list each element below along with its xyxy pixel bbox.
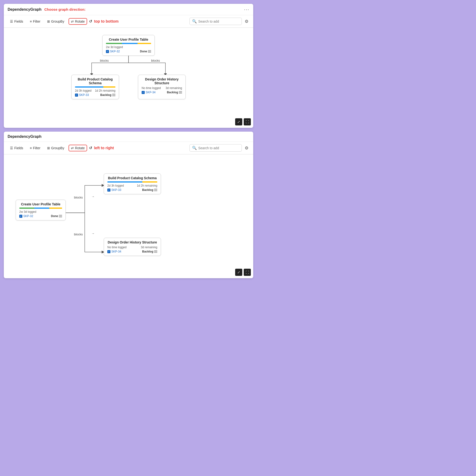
checkbox-icon-root: ✓: [106, 50, 109, 53]
ltr-status-lines-c2: [154, 250, 157, 253]
ltr-child1-time-left: 2d 3h logged: [107, 184, 124, 187]
ltr-pg-blue: [34, 207, 49, 209]
more-menu-icon[interactable]: ···: [244, 7, 249, 12]
refresh-icon-2[interactable]: ↺: [89, 146, 92, 150]
ltr-child2-row1: No time logged 3d remaining: [107, 246, 157, 249]
ltr-root-title: Create User Profile Table: [19, 202, 62, 206]
search-input-1[interactable]: [198, 19, 239, 23]
child1-title: Build Product Catalog Schema: [75, 77, 116, 85]
panel1-toolbar: ☰ Fields ≡ Filter ⊞ GroupBy ⇄ Rotate ↺ t…: [4, 15, 253, 28]
ltr-root-card[interactable]: Create User Profile Table 2w 3d logged ✓…: [16, 200, 66, 221]
child1-progress-bar: [75, 86, 116, 87]
ltr-child1-card[interactable]: Build Product Catalog Schema 2d 3h logge…: [104, 173, 161, 194]
progress-green: [106, 43, 122, 44]
expand-icons-1: ⤢ ⛶: [235, 118, 251, 125]
child1-time-right: 1d 2h remaining: [95, 89, 116, 92]
ltr-root-row2: ✓ SKP-32 Done: [19, 214, 62, 218]
settings-icon-2[interactable]: ⚙: [244, 144, 249, 152]
ltr-root-status: Done: [51, 214, 62, 218]
ltr-status-lines-root: [59, 215, 62, 217]
child1-row1: 2d 3h logged 1d 2h remaining: [75, 89, 116, 92]
rotate-button[interactable]: ⇄ Rotate: [68, 18, 87, 25]
status-lines-child1: [112, 94, 116, 96]
status-lines-child2: [179, 91, 182, 94]
svg-text:blocks: blocks: [74, 196, 83, 199]
panel1-graph-area: Create User Profile Table 2w 3d logged ✓…: [4, 28, 253, 128]
groupby-icon: ⊞: [47, 19, 50, 23]
rotate-icon-2: ⇄: [71, 146, 74, 150]
filter-icon-2: ≡: [30, 146, 32, 150]
fields-icon-2: ☰: [10, 146, 13, 150]
ltr-root-progress: [19, 207, 62, 209]
ltr-child2-time-right: 3d remaining: [141, 246, 157, 249]
checkbox-icon-child1: ✓: [75, 94, 78, 97]
child2-status: Backlog: [167, 91, 182, 94]
rotate-button-2[interactable]: ⇄ Rotate: [68, 145, 87, 151]
ltr-pg-green: [19, 207, 34, 209]
ltr-child2-title: Design Order History Structure: [107, 240, 157, 244]
child2-ticket[interactable]: ✓ SKP-34: [142, 91, 155, 94]
child2-card[interactable]: Design Order History Structure No time l…: [138, 75, 186, 99]
filter-button[interactable]: ≡ Filter: [27, 18, 43, 25]
expand-btn-4[interactable]: ⛶: [244, 269, 251, 276]
child1-card[interactable]: Build Product Catalog Schema 2d 3h logge…: [71, 75, 119, 99]
ltr-graph-container: Create User Profile Table 2w 3d logged ✓…: [11, 162, 246, 271]
child1-time-left: 2d 3h logged: [75, 89, 91, 92]
expand-btn-2[interactable]: ⛶: [244, 118, 251, 125]
refresh-icon[interactable]: ↺: [89, 19, 92, 24]
root-card-title: Create User Profile Table: [106, 38, 151, 41]
search-box-2[interactable]: 🔍: [189, 144, 242, 152]
fields-button[interactable]: ☰ Fields: [8, 18, 25, 25]
ltr-checkbox-child1: ✓: [107, 188, 110, 192]
root-card-row1: 2w 3d logged: [106, 46, 151, 49]
blocks-label-left: blocks: [100, 59, 109, 62]
panel2-graph-area: Create User Profile Table 2w 3d logged ✓…: [4, 154, 253, 278]
ltr-checkbox-root: ✓: [19, 215, 22, 218]
blocks-label-right: blocks: [151, 59, 160, 62]
root-card[interactable]: Create User Profile Table 2w 3d logged ✓…: [102, 35, 155, 56]
search-box-1[interactable]: 🔍: [189, 17, 242, 25]
ltr-c1-pb-yellow: [142, 181, 157, 183]
search-input-2[interactable]: [198, 146, 239, 150]
panel1-header: DependencyGraph Choose graph direction: …: [4, 4, 253, 15]
root-progress-bar: [106, 43, 151, 44]
ltr-child2-card[interactable]: Design Order History Structure No time l…: [104, 238, 161, 256]
child1-ticket[interactable]: ✓ SKP-33: [75, 93, 89, 97]
panel2-header: DependencyGraph: [4, 132, 253, 142]
panel1-title: DependencyGraph: [8, 7, 41, 12]
settings-icon-1[interactable]: ⚙: [244, 18, 249, 25]
ltr-root-ticket[interactable]: ✓ SKP-32: [19, 214, 33, 218]
ltr-pg-yellow: [49, 207, 62, 209]
ltr-child2-ticket[interactable]: ✓ SKP-34: [107, 250, 121, 253]
fields-icon: ☰: [10, 19, 13, 23]
expand-btn-3[interactable]: ⤢: [235, 269, 242, 276]
root-ticket[interactable]: ✓ SKP-32: [106, 50, 120, 53]
filter-icon: ≡: [30, 19, 32, 23]
child1-progress-blue: [75, 86, 103, 87]
fields-button-2[interactable]: ☰ Fields: [8, 145, 25, 151]
groupby-button[interactable]: ⊞ GroupBy: [45, 18, 67, 25]
child2-time-right: 3d remaining: [166, 86, 182, 90]
panel-top-to-bottom: DependencyGraph Choose graph direction: …: [4, 4, 253, 128]
ltr-child2-time-left: No time logged: [107, 246, 127, 249]
panel2-toolbar: ☰ Fields ≡ Filter ⊞ GroupBy ⇄ Rotate ↺ l…: [4, 142, 253, 154]
child1-progress-yellow: [103, 86, 116, 87]
ltr-child1-ticket[interactable]: ✓ SKP-33: [107, 188, 121, 192]
panel-left-to-right: DependencyGraph ☰ Fields ≡ Filter ⊞ Grou…: [4, 132, 253, 278]
child1-row2: ✓ SKP-33 Backlog: [75, 93, 116, 97]
child1-status: Backlog: [100, 93, 116, 97]
groupby-button-2[interactable]: ⊞ GroupBy: [45, 145, 67, 151]
direction-label-2: left to right: [94, 146, 114, 150]
ltr-checkbox-child2: ✓: [107, 250, 110, 253]
filter-button-2[interactable]: ≡ Filter: [27, 145, 43, 151]
ltr-child1-row2: ✓ SKP-33 Backlog: [107, 188, 157, 192]
search-icon-2: 🔍: [192, 146, 197, 150]
checkbox-icon-child2: ✓: [142, 91, 145, 94]
child2-row1: No time logged 3d remaining: [142, 86, 182, 90]
ltr-root-row1: 2w 3d logged: [19, 210, 62, 214]
root-card-row2: ✓ SKP-32 Done: [106, 50, 151, 53]
ltr-child1-status: Backlog: [142, 188, 157, 192]
expand-btn-1[interactable]: ⤢: [235, 118, 242, 125]
direction-label-1: top to bottom: [94, 19, 119, 24]
svg-text:→: →: [91, 195, 95, 198]
